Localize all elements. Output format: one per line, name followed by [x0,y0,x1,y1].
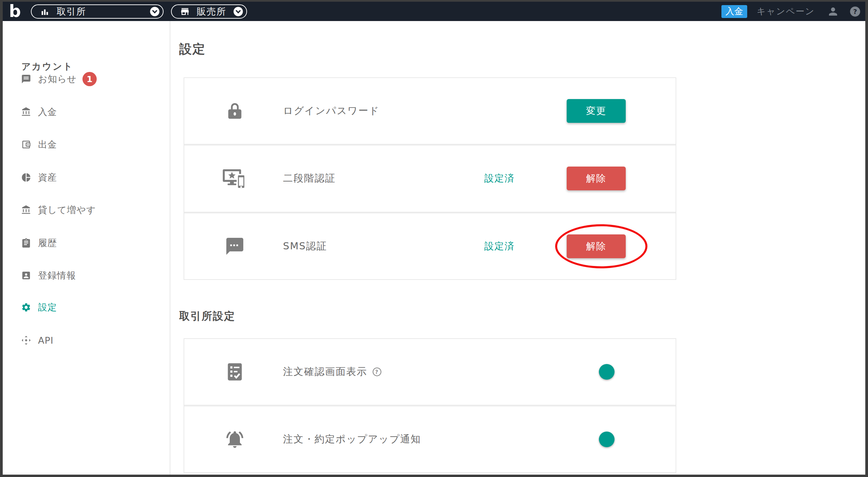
marketplace-menu-label: 販売所 [197,5,226,18]
svg-text:?: ? [853,8,857,16]
bar-chart-icon [40,6,50,17]
chevron-down-icon [150,6,160,17]
api-icon [21,335,31,345]
sidebar-item-label: 設定 [38,301,57,313]
row-label: 二段階認証 [283,172,336,185]
bell-icon [225,429,245,450]
sidebar-item-label: お知らせ [38,73,77,85]
sms-auth-row: SMS認証 設定済 解除 [184,212,676,279]
storefront-icon [180,6,190,17]
change-password-button[interactable]: 変更 [567,99,626,123]
id-card-icon [21,270,31,281]
row-label: SMS認証 [283,240,327,253]
settings-page: 設定 ログインパスワード 変更 [170,21,865,475]
marketplace-menu-pill[interactable]: 販売所 [171,4,247,19]
sidebar-item-deposit[interactable]: 入金 [21,105,57,119]
deposit-button[interactable]: 入金 [721,5,747,18]
notification-badge: 1 [82,72,97,86]
svg-text:?: ? [375,369,379,375]
sidebar-item-api[interactable]: API [21,333,54,347]
sidebar-item-lending[interactable]: 貸して増やす [21,203,96,217]
sms-bubble-icon [225,236,245,256]
toggle-thumb [599,364,615,380]
sidebar-item-label: API [38,335,54,346]
sidebar-item-label: 出金 [38,138,57,151]
chevron-down-icon [233,6,243,17]
help-outline-icon[interactable]: ? [372,367,382,377]
lock-icon [225,101,245,121]
sidebar-item-history[interactable]: 履歴 [21,236,57,250]
help-icon[interactable]: ? [849,6,861,17]
pie-chart-icon [21,172,31,183]
page-body: アカウント お知らせ 1 入金 [3,21,865,475]
toggle-thumb [599,432,615,447]
sidebar-item-label: 貸して増やす [38,204,96,216]
remove-two-factor-button[interactable]: 解除 [567,167,626,190]
account-sidebar: アカウント お知らせ 1 入金 [3,21,170,475]
exchange-menu-pill[interactable]: 取引所 [31,4,164,19]
sidebar-item-label: 登録情報 [38,269,76,282]
popup-notification-row: 注文・約定ポップアップ通知 [184,405,676,472]
announcement-icon [21,74,31,84]
sidebar-item-label: 資産 [38,171,57,184]
sidebar-item-assets[interactable]: 資産 [21,170,57,185]
sidebar-item-notifications[interactable]: お知らせ [21,72,77,86]
navbar-right: 入金 キャンペーン ? [721,5,861,18]
row-label: 注文・約定ポップアップ通知 [283,433,421,446]
gear-icon [21,302,31,312]
bank-icon [21,107,31,117]
popup-notification-toggle[interactable] [591,433,612,445]
order-confirmation-row: 注文確認画面表示 ? [184,339,676,405]
sidebar-item-withdrawal[interactable]: 出金 [21,137,57,152]
order-checklist-icon [225,362,245,382]
exchange-menu-label: 取引所 [57,5,86,18]
devices-icon [222,167,247,190]
status-configured: 設定済 [484,240,515,253]
bank-icon [21,205,31,215]
app-window: b 取引所 販売所 [3,2,865,475]
top-navbar: b 取引所 販売所 [3,2,865,21]
exchange-settings-card: 注文確認画面表示 ? [184,338,676,473]
sidebar-item-settings[interactable]: 設定 [21,300,57,314]
campaign-link[interactable]: キャンペーン [757,5,815,17]
exchange-settings-title: 取引所設定 [179,309,235,323]
sidebar-item-registration-info[interactable]: 登録情報 [21,268,76,283]
row-label: ログインパスワード [283,104,379,118]
brand-logo[interactable]: b [8,2,22,21]
sidebar-item-label: 履歴 [38,237,57,249]
order-confirmation-toggle[interactable] [591,366,612,378]
two-factor-auth-row: 二段階認証 設定済 解除 [184,144,676,211]
security-settings-card: ログインパスワード 変更 [184,77,676,280]
status-configured: 設定済 [484,172,515,185]
login-password-row: ログインパスワード 変更 [184,78,676,144]
row-label-text: 注文確認画面表示 [283,365,367,379]
row-label: 注文確認画面表示 ? [283,365,382,379]
sidebar-heading: アカウント [21,60,73,73]
page-title: 設定 [179,41,206,58]
sidebar-item-label: 入金 [38,106,57,118]
remove-sms-auth-button[interactable]: 解除 [567,234,626,258]
clipboard-icon [21,238,31,248]
wallet-icon [21,139,31,150]
user-icon[interactable] [827,5,839,18]
